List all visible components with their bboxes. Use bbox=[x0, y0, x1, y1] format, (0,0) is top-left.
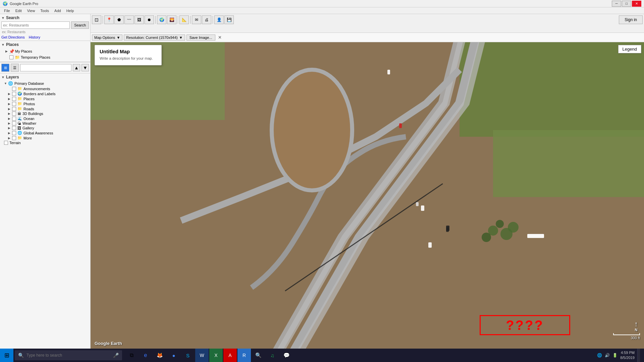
menu-edit[interactable]: Edit bbox=[13, 8, 24, 13]
taskbar-acrobat[interactable]: A bbox=[223, 349, 237, 362]
taskbar-skype[interactable]: S bbox=[181, 349, 195, 362]
photos-checkbox[interactable] bbox=[12, 102, 16, 106]
volume-icon[interactable]: 🔊 bbox=[605, 353, 610, 358]
ocean-checkbox[interactable] bbox=[12, 117, 16, 121]
taskbar-task-view[interactable]: ⧉ bbox=[125, 349, 138, 362]
layer-borders[interactable]: ▶ 🌍 Borders and Labels bbox=[1, 91, 89, 96]
map-title: Untitled Map bbox=[100, 49, 157, 54]
layer-more[interactable]: ▶ 📁 More bbox=[1, 135, 89, 140]
battery-icon[interactable]: 🔋 bbox=[612, 353, 618, 358]
app-title: Google Earth Pro bbox=[10, 2, 612, 6]
save-image-button[interactable]: Save Image... bbox=[186, 35, 215, 41]
system-clock[interactable]: 4:59 PM 8/5/2019 bbox=[620, 350, 635, 361]
map-options-arrow: ▼ bbox=[116, 36, 120, 40]
more-checkbox[interactable] bbox=[12, 136, 16, 140]
places-header: ▼ Places bbox=[1, 42, 89, 47]
taskbar-firefox[interactable]: 🦊 bbox=[153, 349, 166, 362]
polygon-btn[interactable]: ⬟ bbox=[114, 15, 124, 24]
print-btn[interactable]: 🖨 bbox=[202, 15, 211, 24]
layer-announcements[interactable]: 📁 Announcements bbox=[1, 86, 89, 91]
roads-checkbox[interactable] bbox=[12, 107, 16, 111]
global-checkbox[interactable] bbox=[12, 131, 16, 135]
weather-checkbox[interactable] bbox=[12, 121, 16, 125]
menu-tools[interactable]: Tools bbox=[38, 8, 52, 13]
titlebar: 🌍 Google Earth Pro ─ □ ✕ bbox=[0, 0, 644, 7]
image-overlay-btn[interactable]: 🖼 bbox=[135, 15, 144, 24]
layer-gallery[interactable]: ▶ 🖼 Gallery bbox=[1, 126, 89, 130]
taskbar-word[interactable]: W bbox=[195, 349, 209, 362]
taskbar-search-box[interactable]: 🔍 🎤 bbox=[15, 350, 122, 360]
taskbar-search-app[interactable]: 🔍 bbox=[252, 349, 265, 362]
nav-btn[interactable]: ⊡ bbox=[92, 15, 101, 24]
search-collapse-icon[interactable]: ▼ bbox=[1, 16, 5, 20]
start-button[interactable]: ⊞ bbox=[0, 349, 13, 362]
map-desc: Write a description for your map. bbox=[100, 56, 157, 60]
buildings-checkbox[interactable] bbox=[12, 112, 16, 116]
layers-search-input[interactable] bbox=[20, 64, 71, 71]
minimize-button[interactable]: ─ bbox=[612, 1, 621, 7]
taskbar-chrome[interactable]: ● bbox=[167, 349, 180, 362]
search-button[interactable]: Search bbox=[71, 21, 89, 29]
taskbar-excel[interactable]: X bbox=[209, 349, 223, 362]
legend-button[interactable]: Legend bbox=[618, 45, 641, 53]
measure-btn[interactable]: 📐 bbox=[179, 15, 189, 24]
sign-in-button[interactable]: Sign in bbox=[619, 15, 643, 24]
close-button[interactable]: ✕ bbox=[632, 1, 641, 7]
email-btn[interactable]: ✉ bbox=[192, 15, 201, 24]
borders-checkbox[interactable] bbox=[12, 92, 16, 96]
record-btn[interactable]: ⏺ bbox=[145, 15, 154, 24]
layer-ocean[interactable]: ▶ 🌊 Ocean bbox=[1, 116, 89, 121]
layers-view-btn2[interactable]: ☰ bbox=[11, 64, 19, 72]
taskbar-spotify[interactable]: ♫ bbox=[266, 349, 279, 362]
north-arrow-icon: ↑ bbox=[634, 320, 638, 328]
streetview-btn[interactable]: 👤 bbox=[214, 15, 224, 24]
terrain-checkbox[interactable] bbox=[4, 141, 8, 145]
show-desktop-button[interactable] bbox=[637, 349, 640, 362]
announcements-checkbox[interactable] bbox=[12, 87, 16, 91]
close-tab-button[interactable]: ✕ bbox=[217, 35, 223, 40]
places-collapse-icon[interactable]: ▼ bbox=[1, 43, 5, 47]
more-label: More bbox=[23, 136, 32, 140]
menu-help[interactable]: Help bbox=[64, 8, 77, 13]
layer-3d-buildings[interactable]: ▶ 🏛 3D Buildings bbox=[1, 111, 89, 116]
taskbar-edge[interactable]: e bbox=[139, 349, 152, 362]
terrain-label: Terrain bbox=[9, 141, 21, 145]
placemark-btn[interactable]: 📍 bbox=[104, 15, 114, 24]
resolution-dropdown[interactable]: Resolution: Current (1570x944) ▼ bbox=[124, 35, 185, 41]
temporary-places-checkbox[interactable] bbox=[9, 55, 13, 59]
layers-view-btn1[interactable]: ⊞ bbox=[1, 64, 9, 72]
north-label: N bbox=[635, 328, 638, 332]
primary-database-item[interactable]: ▼ 🌐 Primary Database bbox=[1, 81, 89, 86]
temporary-places-item[interactable]: 📁 Temporary Places bbox=[1, 54, 89, 60]
layers-down-btn[interactable]: ▼ bbox=[82, 64, 89, 71]
network-icon[interactable]: 🌐 bbox=[597, 353, 602, 358]
menu-view[interactable]: View bbox=[24, 8, 38, 13]
maximize-button[interactable]: □ bbox=[622, 1, 631, 7]
history-link[interactable]: History bbox=[29, 35, 40, 39]
menu-add[interactable]: Add bbox=[52, 8, 64, 13]
layers-collapse-icon[interactable]: ▼ bbox=[1, 75, 5, 79]
layer-global-awareness[interactable]: ▶ 🌐 Global Awareness bbox=[1, 130, 89, 135]
my-places-item[interactable]: ▶ 📌 My Places bbox=[1, 48, 89, 54]
layer-photos[interactable]: ▶ 📁 Photos bbox=[1, 101, 89, 106]
taskbar-chat[interactable]: 💬 bbox=[280, 349, 293, 362]
gallery-checkbox[interactable] bbox=[12, 126, 16, 130]
earth-btn[interactable]: 🌍 bbox=[157, 15, 166, 24]
places2-expand-icon: ▶ bbox=[8, 97, 11, 101]
layers-up-btn[interactable]: ▲ bbox=[73, 64, 80, 71]
taskbar-search-input[interactable] bbox=[26, 353, 110, 358]
search-input[interactable] bbox=[1, 21, 70, 29]
layer-places[interactable]: ▶ 📁 Places bbox=[1, 96, 89, 101]
map-options-dropdown[interactable]: Map Options ▼ bbox=[92, 35, 122, 41]
layer-weather[interactable]: ▶ 🌤 Weather bbox=[1, 121, 89, 126]
save-btn[interactable]: 💾 bbox=[224, 15, 234, 24]
path-btn[interactable]: 〰 bbox=[124, 15, 134, 24]
sky-btn[interactable]: 🌄 bbox=[167, 15, 176, 24]
layer-roads[interactable]: ▶ 📁 Roads bbox=[1, 106, 89, 111]
scale-label: 300 ft bbox=[631, 336, 640, 340]
get-directions-link[interactable]: Get Directions bbox=[1, 35, 25, 39]
menu-file[interactable]: File bbox=[1, 8, 13, 13]
map-view[interactable]: Untitled Map Write a description for you… bbox=[91, 42, 644, 349]
places2-checkbox[interactable] bbox=[12, 97, 16, 101]
taskbar-r[interactable]: R bbox=[237, 349, 251, 362]
